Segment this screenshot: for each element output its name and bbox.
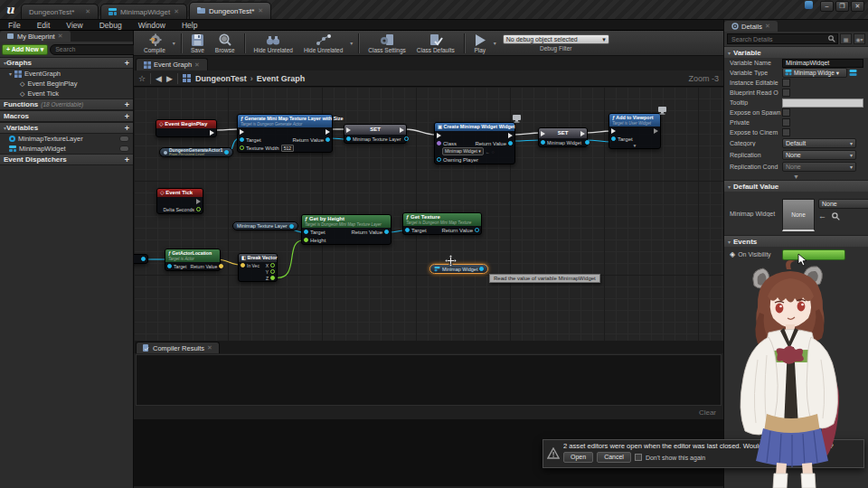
node-set-minimap-widget[interactable]: SET Minimap Widget bbox=[538, 127, 588, 147]
cancel-button[interactable]: Cancel bbox=[597, 452, 631, 463]
eye-closed-icon[interactable] bbox=[119, 136, 129, 142]
section-variable[interactable]: ▾Variable bbox=[724, 46, 868, 58]
node-break-vector[interactable]: ◧ Break Vector In Vec X Y Z bbox=[238, 253, 278, 282]
use-selected-icon[interactable]: ← bbox=[818, 211, 826, 221]
z-pin[interactable] bbox=[270, 276, 275, 280]
section-variables[interactable]: ▾ Variables + bbox=[0, 122, 133, 134]
dont-show-again-checkbox[interactable] bbox=[635, 454, 642, 461]
exec-in-pin[interactable] bbox=[346, 127, 351, 133]
replication-condition-dropdown[interactable]: None▾ bbox=[782, 162, 856, 172]
browse-button[interactable]: Browse bbox=[211, 32, 240, 55]
return-value-pin[interactable] bbox=[508, 141, 513, 145]
close-icon[interactable]: ✕ bbox=[258, 7, 263, 14]
height-pin[interactable] bbox=[304, 238, 308, 242]
node-get-minimap-texture-layer[interactable]: Minimap Texture Layer bbox=[232, 221, 298, 230]
exec-in-pin[interactable] bbox=[611, 128, 616, 134]
forward-arrow-icon[interactable]: ▶ bbox=[166, 74, 173, 83]
target-pin[interactable] bbox=[167, 264, 172, 268]
in-vec-pin[interactable] bbox=[241, 263, 245, 267]
close-icon[interactable]: ✕ bbox=[174, 8, 179, 15]
column-view-button[interactable]: ▦ bbox=[840, 33, 852, 44]
expose-to-cinematics-checkbox[interactable] bbox=[782, 128, 790, 136]
close-icon[interactable]: ✕ bbox=[765, 23, 770, 30]
section-event-dispatchers[interactable]: Event Dispatchers + bbox=[0, 154, 133, 165]
category-dropdown[interactable]: Default▾ bbox=[782, 138, 856, 148]
breadcrumb-root[interactable]: DungeonTest bbox=[195, 74, 247, 83]
target-pin[interactable] bbox=[611, 136, 616, 141]
container-type-icon[interactable] bbox=[849, 70, 857, 77]
eye-closed-icon[interactable] bbox=[119, 145, 129, 152]
exec-in-pin[interactable] bbox=[240, 129, 244, 135]
owning-player-pin[interactable] bbox=[437, 157, 441, 162]
play-button[interactable]: Play bbox=[469, 32, 491, 55]
add-macro-button[interactable]: + bbox=[125, 112, 129, 121]
add-function-button[interactable]: + bbox=[125, 100, 129, 109]
tree-item-event-beginplay[interactable]: ◇ Event BeginPlay bbox=[0, 79, 133, 89]
chevron-down-icon[interactable]: ▾ bbox=[350, 40, 353, 46]
return-value-pin[interactable] bbox=[326, 137, 330, 142]
value-in-pin[interactable] bbox=[541, 140, 545, 145]
menu-debug[interactable]: Debug bbox=[91, 21, 130, 30]
node-get-minimap-widget-selected[interactable]: Minimap Widget bbox=[429, 264, 488, 274]
variable-item-minimaptexturelayer[interactable]: MinimapTextureLayer bbox=[0, 134, 133, 144]
exec-out-pin[interactable] bbox=[580, 131, 585, 136]
texture-width-pin[interactable] bbox=[240, 145, 244, 150]
delta-seconds-pin[interactable] bbox=[196, 207, 201, 211]
asset-tab-minimapwidget[interactable]: MinimapWidget ✕ bbox=[100, 4, 187, 19]
x-pin[interactable] bbox=[270, 263, 275, 267]
close-icon[interactable]: ✕ bbox=[194, 61, 200, 69]
class-settings-button[interactable]: Class Settings bbox=[363, 32, 410, 55]
close-icon[interactable]: ✕ bbox=[58, 33, 63, 40]
search-small-icon[interactable]: ◌ bbox=[492, 149, 495, 155]
exec-out-pin[interactable] bbox=[326, 129, 330, 135]
target-pin[interactable] bbox=[405, 228, 410, 232]
default-value-dropdown[interactable]: None▾ bbox=[818, 199, 868, 209]
on-visibility-add-button[interactable] bbox=[782, 249, 845, 260]
compile-button[interactable]: ? Compile bbox=[139, 32, 170, 55]
section-default-value[interactable]: ▾Default Value bbox=[724, 180, 868, 192]
exec-in-pin[interactable] bbox=[541, 131, 545, 136]
save-button[interactable]: Save bbox=[186, 32, 209, 55]
instance-editable-checkbox[interactable] bbox=[782, 79, 790, 87]
menu-file[interactable]: File bbox=[0, 21, 29, 30]
minimize-button[interactable]: – bbox=[820, 1, 834, 12]
section-functions[interactable]: Functions (18 Overridable) + bbox=[0, 99, 133, 110]
node-get-texture[interactable]: ƒ Get Texture Target is Dungeon Mini Map… bbox=[402, 212, 482, 235]
back-arrow-icon[interactable]: ◀ bbox=[156, 74, 162, 83]
return-value-pin[interactable] bbox=[384, 230, 389, 234]
tooltip-input[interactable] bbox=[782, 99, 863, 108]
chevron-down-icon[interactable]: ▾ bbox=[173, 40, 175, 46]
event-graph-doc-tab[interactable]: Event Graph ✕ bbox=[136, 58, 208, 70]
expose-on-spawn-checkbox[interactable] bbox=[782, 108, 790, 117]
favorite-star-icon[interactable]: ☆ bbox=[138, 74, 146, 83]
exec-out-pin[interactable] bbox=[400, 127, 404, 133]
section-graphs[interactable]: ▾ Graphs + bbox=[0, 57, 133, 69]
find-button[interactable]: Hide Unrelated bbox=[250, 32, 297, 55]
clear-button[interactable]: Clear bbox=[699, 408, 716, 417]
chevron-down-icon[interactable]: ▾ bbox=[494, 40, 496, 46]
object-out-pin[interactable] bbox=[289, 224, 294, 229]
add-graph-button[interactable]: + bbox=[125, 59, 129, 68]
texture-width-value[interactable]: 512 bbox=[281, 145, 294, 152]
node-create-minimap-widget[interactable]: ▣ Create Minimap Widget Widget Class Ret… bbox=[434, 122, 515, 164]
node-get-by-height[interactable]: ƒ Get by Height Target is Dungeon Mini M… bbox=[301, 214, 392, 245]
variable-item-minimapwidget[interactable]: MinimapWidget bbox=[0, 144, 133, 154]
y-pin[interactable] bbox=[270, 269, 275, 274]
return-value-pin[interactable] bbox=[475, 228, 479, 232]
value-out-pin[interactable] bbox=[585, 140, 590, 145]
node-add-to-viewport[interactable]: ƒ Add to Viewport Target is User Widget … bbox=[609, 113, 661, 149]
object-out-pin[interactable] bbox=[141, 257, 146, 261]
asset-tab-dungeontest-1[interactable]: DungeonTest* ✕ bbox=[21, 4, 99, 19]
node-set-minimap-texture-layer[interactable]: SET Minimap Texture Layer bbox=[344, 124, 407, 144]
target-pin[interactable] bbox=[304, 230, 308, 234]
feedback-icon[interactable] bbox=[805, 1, 813, 9]
open-button[interactable]: Open bbox=[563, 452, 593, 463]
asset-tab-dungeontest-2-active[interactable]: DungeonTest* ✕ bbox=[189, 2, 271, 19]
browse-to-icon[interactable]: ← bbox=[486, 149, 490, 155]
maximize-button[interactable]: ❐ bbox=[835, 1, 849, 12]
add-dispatcher-button[interactable]: + bbox=[125, 155, 129, 164]
details-tab[interactable]: Details ✕ bbox=[724, 21, 778, 32]
replication-dropdown[interactable]: None▾ bbox=[782, 150, 856, 160]
add-variable-button[interactable]: + bbox=[125, 124, 129, 133]
private-checkbox[interactable] bbox=[782, 118, 790, 127]
